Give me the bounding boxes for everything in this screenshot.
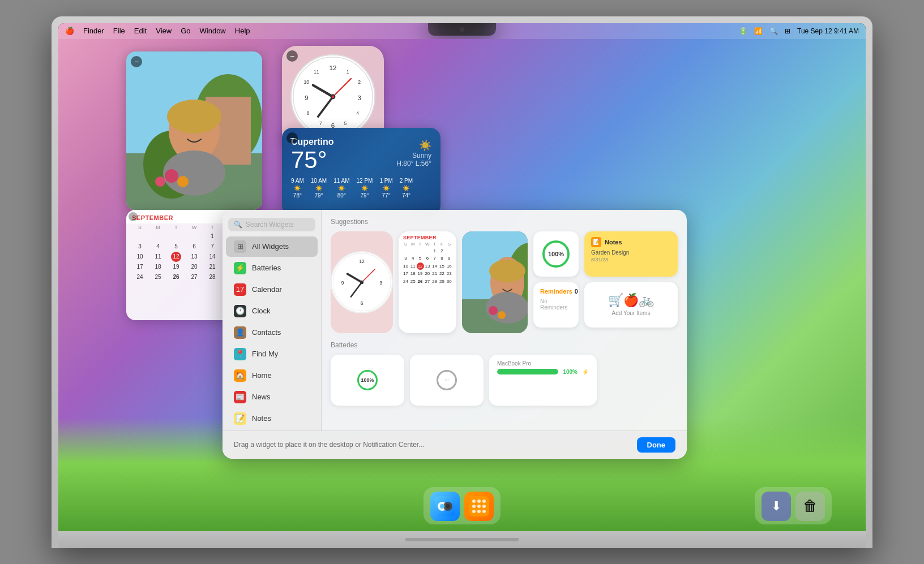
photo-widget: − [126, 51, 262, 210]
view-menu[interactable]: View [156, 27, 172, 35]
news-icon: 📰 [234, 391, 246, 403]
gallery-footer: Drag a widget to place it on the desktop… [223, 430, 687, 459]
svg-point-8 [165, 169, 178, 183]
weather-hourly: 9 AM☀️78° 10 AM☀️79° 11 AM☀️80° 12 PM☀️7… [291, 178, 431, 199]
svg-text:3: 3 [380, 280, 383, 286]
svg-text:12: 12 [359, 259, 365, 264]
weather-condition: ☀️ Sunny H:80° L:56° [396, 139, 431, 167]
svg-text:9: 9 [341, 280, 344, 286]
gallery-sidebar: 🔍 Search Widgets ⊞ All Widgets ⚡ Batteri… [223, 210, 322, 430]
battery-macbook-widget[interactable]: MacBook Pro 100% ⚡ [489, 355, 597, 406]
trackpad-notch [405, 538, 519, 541]
widget-gallery-panel: 🔍 Search Widgets ⊞ All Widgets ⚡ Batteri… [223, 210, 687, 459]
suggestion-reminders-items-widget[interactable]: 🛒🍎🚲 Add Your Items [584, 282, 678, 328]
dock-finder[interactable] [430, 492, 460, 521]
suggestions-layout: 12 3 6 9 [331, 231, 678, 333]
go-menu[interactable]: Go [181, 27, 190, 35]
weather-temp-label: 75° [291, 147, 334, 173]
svg-point-58 [472, 510, 476, 513]
notes-sidebar-icon: 📝 [234, 412, 246, 425]
sidebar-item-news[interactable]: 📰 News [226, 387, 318, 407]
suggestion-calendar-widget[interactable]: SEPTEMBER SMTWTFS 12 3456789 10111213141… [399, 231, 456, 333]
svg-point-9 [177, 176, 189, 187]
sidebar-label-batteries: Batteries [252, 264, 281, 272]
weather-sun-icon: ☀️ [396, 139, 431, 152]
macbook-percent: 100% [563, 369, 578, 375]
battery-small-widget-2[interactable]: ··· [410, 355, 484, 406]
sug-notes-date: 8/31/23 [591, 257, 671, 262]
finder-menu[interactable]: Finder [83, 27, 104, 35]
gallery-done-button[interactable]: Done [637, 437, 676, 453]
clock-icon: 🕐 [234, 305, 246, 317]
photo-illustration [126, 51, 262, 210]
suggestion-clock-widget[interactable]: 12 3 6 9 [331, 231, 393, 333]
sug-right-column: 100% 📝 Notes Garden Design [533, 231, 678, 333]
sidebar-item-clock[interactable]: 🕐 Clock [226, 301, 318, 321]
sidebar-item-contacts[interactable]: 👤 Contacts [226, 322, 318, 343]
svg-point-56 [477, 505, 481, 508]
suggestion-photo-widget[interactable] [462, 231, 528, 333]
desktop-weather-remove[interactable]: − [286, 132, 298, 144]
dock-launchpad[interactable] [464, 492, 494, 521]
all-widgets-icon: ⊞ [234, 240, 246, 253]
help-menu[interactable]: Help [235, 27, 250, 35]
batteries-section-title: Batteries [331, 341, 678, 349]
sug-notes-content: Garden Design [591, 249, 671, 256]
gallery-hint-text: Drag a widget to place it on the desktop… [234, 441, 630, 449]
sidebar-item-batteries[interactable]: ⚡ Batteries [226, 258, 318, 278]
suggestion-reminders-widget[interactable]: Reminders 0 No Reminders [533, 282, 579, 328]
sidebar-item-notes[interactable]: 📝 Notes [226, 408, 318, 429]
sug-notes-title: 📝 Notes [591, 237, 671, 247]
search-icon: 🔍 [234, 221, 242, 229]
svg-text:2: 2 [358, 79, 361, 84]
svg-point-10 [155, 176, 165, 187]
reminders-items-icon: 🛒🍎🚲 [608, 293, 654, 308]
launchpad-icon [469, 496, 489, 516]
controlcenter-icon[interactable]: ⊞ [785, 27, 790, 35]
edit-menu[interactable]: Edit [134, 27, 147, 35]
gallery-content: Suggestions 12 3 6 [322, 210, 687, 430]
svg-point-60 [482, 510, 486, 513]
file-menu[interactable]: File [113, 27, 125, 35]
suggestion-battery-widget[interactable]: 100% [533, 231, 579, 277]
macbook-battery-row: 100% ⚡ [497, 369, 589, 375]
svg-text:1: 1 [346, 69, 349, 75]
svg-text:9: 9 [305, 93, 309, 101]
desktop-clock-remove[interactable]: − [286, 50, 298, 62]
battery-small-widget-1[interactable]: 100% [331, 355, 404, 406]
wifi-icon: 📶 [754, 27, 763, 35]
window-menu[interactable]: Window [200, 27, 226, 35]
sidebar-item-home[interactable]: 🏠 Home [226, 365, 318, 386]
sug-cal-grid: SMTWTFS 12 3456789 10111213141516 171819… [399, 242, 456, 288]
sidebar-label-calendar: Calendar [252, 285, 282, 294]
sidebar-label-news: News [252, 393, 271, 401]
svg-text:6: 6 [361, 300, 363, 306]
datetime-display: Tue Sep 12 9:41 AM [797, 27, 859, 35]
search-menubar-icon[interactable]: 🔍 [769, 27, 778, 35]
widget-search-bar[interactable]: 🔍 Search Widgets [228, 218, 315, 231]
batteries-icon: ⚡ [234, 262, 246, 274]
sidebar-label-all: All Widgets [252, 242, 289, 251]
sidebar-item-all-widgets[interactable]: ⊞ All Widgets [226, 236, 318, 257]
sidebar-label-contacts: Contacts [252, 328, 281, 337]
finder-icon [435, 496, 455, 516]
svg-point-57 [482, 505, 486, 508]
sidebar-item-calendar[interactable]: 17 Calendar [226, 279, 318, 300]
svg-point-42 [489, 260, 525, 282]
dock-download[interactable]: ⬇ [762, 492, 791, 521]
dock [424, 487, 500, 524]
macbook-screen: 🍎 Finder File Edit View Go Window Help 🔋… [58, 23, 866, 531]
calendar-widget-remove[interactable]: − [129, 212, 138, 221]
dock-trash[interactable]: 🗑 [795, 492, 825, 521]
svg-point-44 [489, 306, 498, 315]
sidebar-label-notes: Notes [252, 414, 271, 423]
sug-bottom-row: Reminders 0 No Reminders 🛒🍎🚲 Add Your [533, 282, 678, 328]
sug-cal-header: SEPTEMBER [399, 231, 456, 242]
suggestion-notes-widget[interactable]: 📝 Notes Garden Design 8/31/23 [584, 231, 678, 277]
apple-menu[interactable]: 🍎 [65, 27, 74, 35]
battery-circle-1: 100% [357, 370, 378, 390]
sidebar-label-findmy: Find My [252, 350, 278, 358]
photo-widget-remove[interactable]: − [131, 56, 142, 67]
sidebar-item-findmy[interactable]: 📍 Find My [226, 344, 318, 364]
svg-point-50 [446, 504, 450, 509]
